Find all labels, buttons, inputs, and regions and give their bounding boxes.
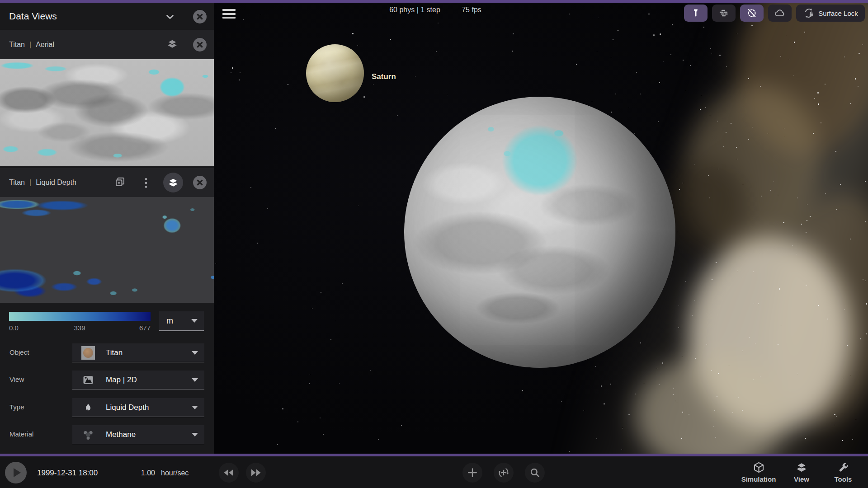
material-dropdown[interactable]: Methane [72,425,204,444]
object-label: Object [9,348,29,356]
simulation-menu-button[interactable]: Simulation [738,460,779,483]
close-liquid-depth-view-button[interactable] [193,176,207,189]
colormap-mid-label: 339 [52,324,107,332]
space-viewport[interactable]: Saturn [214,3,868,454]
search-button[interactable] [525,463,545,483]
auto-orbit-button[interactable] [494,463,514,483]
surface-lock-icon [803,7,815,19]
clouds-button[interactable] [768,5,792,22]
unit-dropdown[interactable]: m [159,311,204,331]
motion-dashes-button[interactable] [712,5,736,22]
material-value: Methane [106,430,192,439]
app-window: Saturn 60 phys | 1 step 75 fps [0,0,868,488]
colormap-gradient-bar [9,312,151,321]
type-value: Liquid Depth [106,403,192,412]
map-2d-icon [81,373,95,387]
flashlight-button[interactable] [684,5,708,22]
play-icon [14,468,21,477]
titan-thumbnail-icon [81,346,95,360]
view-object-name: Titan [9,41,25,48]
unit-value: m [166,316,191,326]
panel-title: Data Views [9,11,214,22]
fps-status: 75 fps [460,6,483,14]
fast-forward-icon [250,469,261,477]
type-label: Type [9,403,24,411]
view-toggle-toolbar: Surface Lock [684,5,865,22]
search-icon [529,467,541,479]
motion-dashes-icon [718,8,729,19]
orbit-camera-icon [497,466,510,479]
cube-icon [738,460,779,474]
data-views-panel: Data Views Titan|Aerial [0,3,214,454]
liquid-depth-map-preview[interactable] [0,197,214,303]
view-value: Map | 2D [106,375,192,385]
chevron-down-icon [191,319,198,323]
droplet-icon [81,401,95,414]
chevron-down-icon [192,351,198,355]
duplicate-view-icon[interactable] [114,176,126,188]
layers-active-button[interactable] [163,173,183,192]
clouds-icon [774,7,786,19]
titan-planet[interactable] [404,97,675,368]
simulation-datetime[interactable]: 1999-12-31 18:00 [37,469,98,478]
saturn-label[interactable]: Saturn [372,72,396,81]
view-object-name: Titan [9,178,25,186]
view-menu-button[interactable]: View [781,460,822,483]
view-type-name: Liquid Depth [36,178,76,186]
colormap-max-label: 677 [105,324,151,332]
speed-up-button[interactable] [246,463,266,483]
chevron-down-icon [192,406,198,409]
material-label: Material [9,430,33,438]
collapse-chevron-icon[interactable] [165,11,175,22]
aerial-map-preview[interactable] [0,59,214,166]
view-dropdown[interactable]: Map | 2D [72,371,204,389]
time-rate-value[interactable]: 1.00 [128,469,155,477]
molecule-icon [81,428,95,441]
wrench-icon [823,460,863,474]
chevron-down-icon [192,378,198,382]
view-label: View [9,375,24,383]
plus-icon [467,467,478,479]
object-dropdown[interactable]: Titan [72,343,204,362]
slow-down-button[interactable] [219,463,239,483]
rewind-icon [223,469,234,477]
view-options-kebab-icon[interactable] [142,177,150,189]
aerial-view-header[interactable]: Titan|Aerial [0,30,214,59]
surface-lock-label: Surface Lock [818,9,858,17]
tools-menu-button[interactable]: Tools [823,460,863,483]
surface-lock-button[interactable]: Surface Lock [796,5,865,22]
close-panel-button[interactable] [193,10,207,23]
type-dropdown[interactable]: Liquid Depth [72,398,204,417]
menu-hamburger-icon[interactable] [222,9,236,21]
chevron-down-icon [192,433,198,436]
add-object-button[interactable] [462,463,482,483]
time-rate-unit[interactable]: hour/sec [161,469,189,477]
layers-icon [781,460,822,474]
trails-off-icon [746,8,757,19]
flashlight-icon [691,8,701,18]
trails-off-button[interactable] [740,5,764,22]
play-button[interactable] [5,462,27,483]
close-aerial-view-button[interactable] [193,38,207,52]
data-views-header: Data Views [0,3,214,30]
view-type-name: Aerial [36,41,54,48]
colormap-min-label: 0.0 [9,324,19,332]
object-value: Titan [106,348,192,357]
layers-icon[interactable] [166,38,178,50]
physics-step-status: 60 phys | 1 step [387,6,443,14]
